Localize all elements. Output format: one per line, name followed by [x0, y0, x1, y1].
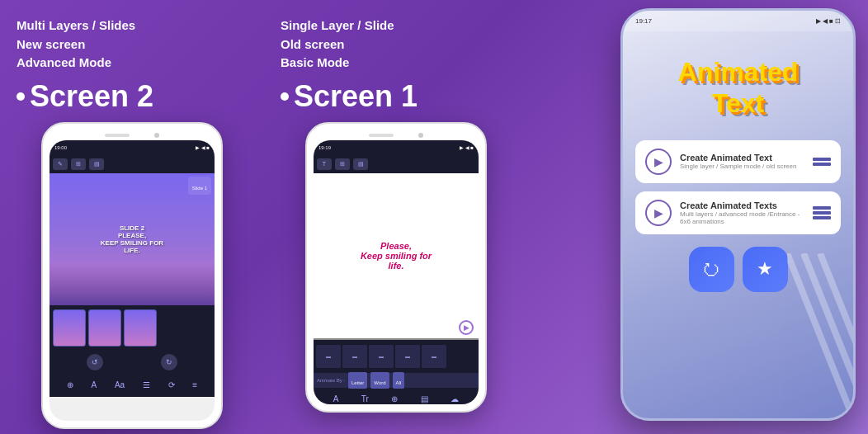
- phone-large: 19:17 ▶ ◀ ■ ⊡ Animated Text ▶ Create Ani…: [620, 8, 856, 421]
- left-labels: Multi Layers / Slides New screen Advance…: [17, 17, 248, 73]
- create-btn-1-icon: ▶: [645, 149, 672, 175]
- slide-thumb-3[interactable]: [124, 309, 157, 347]
- left-label-1: Multi Layers / Slides: [17, 17, 248, 35]
- animate-all-btn[interactable]: All: [393, 372, 405, 389]
- layer-bar-3: [813, 206, 831, 210]
- layer-bar-2: [813, 163, 831, 166]
- left-label-2: New screen: [17, 35, 248, 54]
- layer-bar-5: [813, 216, 831, 219]
- play-circle-icon-2: ▶: [654, 206, 663, 219]
- anim-item-4[interactable]: ▬: [395, 345, 420, 368]
- anim-item-5[interactable]: ▬: [422, 345, 446, 368]
- play-btn[interactable]: ▶: [459, 320, 474, 335]
- phone-2-nav: ⊕ A Aa ☰ ⟳ ≡: [50, 374, 215, 397]
- bottom-icon-2[interactable]: ↻: [161, 354, 177, 370]
- create-btn-2-text: Create Animated Texts Multi layers / adv…: [680, 200, 804, 225]
- animate-letter-btn[interactable]: Letter: [348, 372, 367, 389]
- play-icon: ▶: [464, 323, 469, 332]
- middle-screen-title: Screen 1: [281, 79, 512, 114]
- create-btn-1-text: Create Animated Text Single layer / Samp…: [680, 153, 804, 170]
- phone-2-time: 19:00: [54, 145, 67, 150]
- middle-label-1: Single Layer / Slide: [281, 17, 512, 35]
- layer-bar-1: [813, 158, 831, 161]
- phone-2-icons: ▶ ◀ ■: [196, 144, 210, 150]
- phone-1-status-bar: 19:19 ▶ ◀ ■: [314, 140, 479, 155]
- phone-1-toolbar: T ⊞ ▤: [314, 155, 479, 173]
- slide-content-text: SLIDE 2PLEASE,KEEP SMILING FORLIFE.: [101, 224, 163, 254]
- animate-word-btn[interactable]: Word: [370, 372, 389, 389]
- phone-1-nav-4[interactable]: ▤: [421, 394, 428, 403]
- create-btn-2[interactable]: ▶ Create Animated Texts Multi layers / a…: [635, 191, 841, 234]
- left-screen-title: Screen 2: [17, 79, 248, 114]
- phone-1-nav-1[interactable]: A: [333, 394, 339, 403]
- animate-by-label: Animate By :: [317, 378, 345, 383]
- svg-line-0: [787, 253, 853, 418]
- slide-thumb-1[interactable]: [53, 309, 86, 347]
- phone-2-status-bar: 19:00 ▶ ◀ ■: [50, 140, 215, 155]
- title-line-1: Animated: [678, 57, 799, 87]
- phone-1-icons: ▶ ◀ ■: [460, 144, 474, 150]
- speaker-1: [369, 134, 394, 137]
- phone-2-screen: 19:00 ▶ ◀ ■ ✎ ⊞ ▤ SLIDE 2PLEASE,KEEP SMI…: [50, 140, 215, 421]
- share-button[interactable]: ⭮: [689, 247, 734, 292]
- camera: [154, 133, 159, 138]
- slide-label: Slide 1: [188, 177, 211, 195]
- phone-1-nav-2[interactable]: Tr: [361, 394, 369, 403]
- phone-2-notch: [50, 130, 215, 140]
- phone-2-toolbar: ✎ ⊞ ▤: [50, 155, 215, 173]
- create-btn-1[interactable]: ▶ Create Animated Text Single layer / Sa…: [635, 140, 841, 183]
- phone-mockup-2: 19:00 ▶ ◀ ■ ✎ ⊞ ▤ SLIDE 2PLEASE,KEEP SMI…: [41, 122, 223, 429]
- animations-panel: ▬ ▬ ▬ ▬ ▬: [314, 340, 479, 373]
- star-icon: ★: [757, 258, 773, 280]
- create-btn-2-icon: ▶: [645, 200, 672, 226]
- bottom-icon-1[interactable]: ↺: [87, 354, 103, 370]
- section-right: 19:17 ▶ ◀ ■ ⊡ Animated Text ▶ Create Ani…: [620, 8, 860, 426]
- title-line-2: Text: [712, 88, 764, 118]
- slide-mountains: [50, 264, 215, 305]
- anim-item-2[interactable]: ▬: [342, 345, 367, 368]
- phone-1-bottom: A Tr ⊕ ▤ ☁: [314, 388, 479, 404]
- layers-icon-2: [813, 206, 831, 219]
- phone-1-time: 19:19: [318, 145, 331, 150]
- middle-label-3: Basic Mode: [281, 54, 512, 73]
- middle-title-text: Screen 1: [294, 79, 417, 114]
- slide-thumb-2[interactable]: [88, 309, 121, 347]
- toolbar-btn-3[interactable]: ▤: [89, 158, 104, 170]
- create-btn-1-subtitle: Single layer / Sample mode / old screen: [680, 163, 804, 170]
- create-btn-1-title: Create Animated Text: [680, 153, 804, 163]
- speaker: [105, 134, 130, 137]
- toolbar-btn-2[interactable]: ⊞: [71, 158, 86, 170]
- toolbar-1-btn-1[interactable]: T: [317, 158, 332, 170]
- left-label-3: Advanced Mode: [17, 54, 248, 73]
- toolbar-btn-1[interactable]: ✎: [53, 158, 68, 170]
- slide-main-area: SLIDE 2PLEASE,KEEP SMILING FORLIFE. Slid…: [50, 173, 215, 305]
- phone-mockup-1: 19:19 ▶ ◀ ■ T ⊞ ▤ Please,Keep smiling fo…: [305, 122, 487, 413]
- anim-item-3[interactable]: ▬: [369, 345, 394, 368]
- toolbar-1-btn-3[interactable]: ▤: [353, 158, 368, 170]
- favorite-button[interactable]: ★: [743, 247, 788, 292]
- layers-icon-1: [813, 158, 831, 166]
- nav-icon-3[interactable]: Aa: [115, 380, 125, 389]
- left-title-text: Screen 2: [30, 79, 153, 114]
- nav-icon-2[interactable]: A: [92, 380, 97, 389]
- phone-1-screen: 19:19 ▶ ◀ ■ T ⊞ ▤ Please,Keep smiling fo…: [314, 140, 479, 404]
- nav-icon-1[interactable]: ⊕: [67, 380, 73, 389]
- phone-side-button: [853, 77, 856, 101]
- nav-icon-6[interactable]: ≡: [192, 380, 197, 389]
- middle-label-2: Old screen: [281, 35, 512, 54]
- phone-1-nav-3[interactable]: ⊕: [391, 394, 398, 403]
- anim-item-1[interactable]: ▬: [316, 345, 341, 368]
- share-icon: ⭮: [702, 258, 720, 280]
- animate-by-row: Animate By : Letter Word All: [314, 373, 479, 388]
- screen-1-canvas: Please,Keep smiling forlife. ▶: [314, 173, 479, 338]
- play-circle-icon-1: ▶: [654, 155, 663, 168]
- create-btn-2-subtitle: Multi layers / advanced mode /Entrance -…: [680, 210, 804, 225]
- middle-labels: Single Layer / Slide Old screen Basic Mo…: [281, 17, 512, 73]
- phone-1-nav-5[interactable]: ☁: [451, 394, 459, 403]
- section-left: Multi Layers / Slides New screen Advance…: [17, 17, 248, 429]
- toolbar-1-btn-2[interactable]: ⊞: [335, 158, 350, 170]
- deco-lines: [787, 253, 853, 418]
- screen-1-text: Please,Keep smiling forlife.: [361, 241, 432, 271]
- nav-icon-5[interactable]: ⟳: [168, 380, 175, 389]
- nav-icon-4[interactable]: ☰: [143, 380, 150, 389]
